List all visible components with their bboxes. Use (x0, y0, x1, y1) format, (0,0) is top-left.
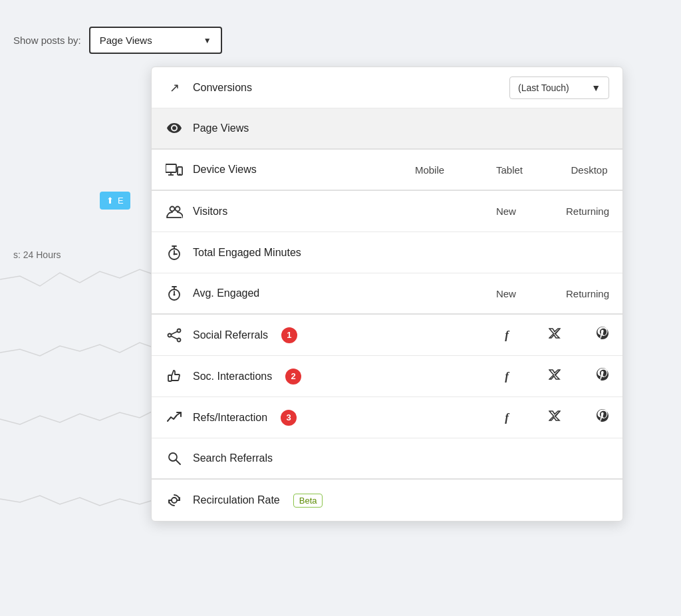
export-button[interactable]: ⬆ E (100, 192, 130, 210)
avg-engaged-label: Avg. Engaged (193, 287, 259, 299)
twitter-icon-3[interactable] (548, 410, 561, 424)
menu-item-search-referrals[interactable]: Search Referrals (152, 438, 622, 480)
menu-item-visitors[interactable]: Visitors New Returning (152, 191, 622, 232)
eye-icon (165, 123, 184, 134)
hours-label: s: 24 Hours (13, 249, 61, 260)
dropdown-panel: ↗ Conversions (Last Touch) ▼ Page Views (151, 67, 623, 522)
refs-interaction-badge: 3 (281, 410, 297, 426)
attribution-dropdown[interactable]: (Last Touch) ▼ (509, 77, 609, 99)
dropdown-trigger[interactable]: Page Views ▼ (89, 27, 222, 54)
svg-point-18 (174, 294, 176, 296)
avg-stopwatch-icon (165, 286, 184, 301)
svg-rect-24 (168, 375, 172, 381)
thumbup-icon (165, 369, 184, 384)
menu-item-refs-interaction[interactable]: Refs/Interaction 3 f (152, 397, 622, 438)
svg-rect-0 (166, 164, 176, 172)
soc-interactions-label: Soc. Interactions (193, 371, 272, 383)
svg-point-6 (176, 206, 180, 211)
device-views-label: Device Views (193, 164, 257, 176)
svg-line-22 (171, 331, 177, 334)
menu-item-recirculation-rate[interactable]: Recirculation Rate Beta (152, 480, 622, 521)
total-engaged-label: Total Engaged Minutes (193, 247, 301, 259)
menu-item-page-views[interactable]: Page Views (152, 108, 622, 150)
show-posts-bar: Show posts by: Page Views ▼ (13, 27, 222, 54)
refs-interaction-label: Refs/Interaction (193, 412, 267, 424)
svg-point-27 (172, 498, 177, 503)
export-icon: ⬆ (106, 196, 114, 206)
avg-engaged-new[interactable]: New (486, 288, 526, 299)
visitors-new[interactable]: New (486, 206, 526, 217)
people-icon (165, 205, 184, 218)
menu-item-conversions[interactable]: ↗ Conversions (Last Touch) ▼ (152, 67, 622, 108)
svg-point-21 (178, 338, 181, 341)
chart-background (0, 0, 153, 616)
beta-badge: Beta (293, 494, 323, 508)
facebook-icon[interactable]: f (500, 329, 513, 342)
svg-point-5 (170, 206, 175, 211)
pinterest-icon[interactable] (596, 327, 609, 343)
trending-icon (165, 412, 184, 424)
menu-item-soc-interactions[interactable]: Soc. Interactions 2 f (152, 356, 622, 397)
attribution-chevron-icon: ▼ (591, 82, 601, 93)
device-desktop[interactable]: Desktop (569, 164, 609, 176)
share-icon (165, 328, 184, 343)
conversions-label: Conversions (193, 82, 252, 94)
attribution-label: (Last Touch) (518, 82, 569, 93)
pinterest-icon-2[interactable] (596, 368, 609, 385)
recirculation-rate-label: Recirculation Rate (193, 494, 280, 506)
twitter-icon-2[interactable] (548, 369, 561, 383)
menu-item-device-views[interactable]: Device Views Mobile Tablet Desktop (152, 150, 622, 191)
facebook-icon-2[interactable]: f (500, 370, 513, 383)
export-label: E (118, 196, 124, 206)
svg-line-26 (176, 460, 180, 464)
dropdown-trigger-label: Page Views (100, 35, 152, 46)
device-tablet[interactable]: Tablet (489, 164, 529, 176)
svg-line-23 (171, 336, 177, 339)
devices-icon (165, 163, 184, 176)
twitter-icon[interactable] (548, 328, 561, 342)
page-views-label: Page Views (193, 122, 249, 134)
dropdown-chevron-icon: ▼ (204, 36, 211, 45)
facebook-icon-3[interactable]: f (500, 411, 513, 424)
pinterest-icon-3[interactable] (596, 409, 609, 426)
soc-interactions-badge: 2 (285, 369, 301, 385)
social-referrals-badge: 1 (281, 327, 297, 343)
visitors-returning[interactable]: Returning (566, 206, 609, 217)
search-referrals-label: Search Referrals (193, 452, 273, 464)
arrow-ne-icon: ↗ (165, 80, 184, 95)
device-mobile[interactable]: Mobile (410, 164, 450, 176)
social-referrals-label: Social Referrals (193, 329, 268, 341)
svg-point-20 (168, 333, 172, 337)
show-posts-label: Show posts by: (13, 35, 81, 46)
visitors-label: Visitors (193, 206, 227, 218)
menu-item-avg-engaged[interactable]: Avg. Engaged New Returning (152, 273, 622, 315)
avg-engaged-returning[interactable]: Returning (566, 288, 609, 299)
svg-point-25 (169, 453, 177, 461)
menu-item-social-referrals[interactable]: Social Referrals 1 f (152, 315, 622, 356)
menu-item-total-engaged[interactable]: Total Engaged Minutes (152, 232, 622, 273)
search-icon (165, 452, 184, 465)
svg-point-13 (174, 253, 176, 255)
svg-point-19 (178, 329, 181, 332)
stopwatch-icon (165, 245, 184, 260)
recirculation-icon (165, 493, 184, 508)
